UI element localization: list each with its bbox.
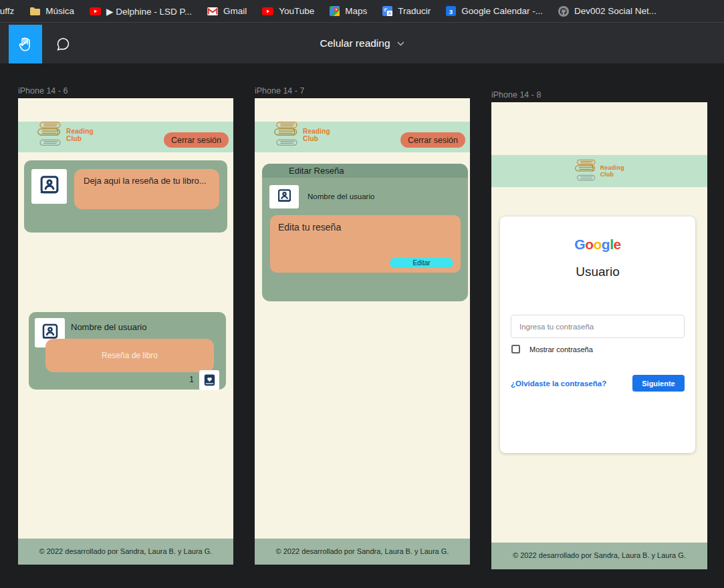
edit-submit-button[interactable]: Editar xyxy=(390,258,453,268)
show-password-checkbox[interactable] xyxy=(511,345,520,353)
bookmark-maps[interactable]: Maps xyxy=(330,6,367,16)
bookmark-musica[interactable]: Música xyxy=(29,6,74,16)
folder-icon xyxy=(29,7,40,16)
review-username: Nombre del usuario xyxy=(71,322,146,332)
review-card: Nombre del usuario Reseña de libro 1 xyxy=(29,312,226,390)
frame-label-iphone14-8[interactable]: iPhone 14 - 8 xyxy=(491,90,541,100)
chevron-down-icon xyxy=(397,41,404,46)
books-stack-icon xyxy=(37,120,64,150)
bookmark-label: Google Calendar -... xyxy=(461,6,543,16)
google-login-card: Google Usuario Mostrar contraseña ¿Olvid… xyxy=(500,216,695,453)
reading-club-logo: Reading Club xyxy=(574,158,624,184)
bookmark-label: Maps xyxy=(345,6,367,16)
youtube-icon xyxy=(90,7,101,15)
comment-tool-button[interactable] xyxy=(48,25,78,63)
logo-text: Reading Club xyxy=(600,164,624,177)
bookmark-label: ▶ Delphine - LSD P... xyxy=(106,6,192,17)
editor-toolbar: Celular reading xyxy=(0,22,724,63)
hand-icon xyxy=(17,35,34,53)
app-footer: © 2022 desarrollado por Sandra, Laura B.… xyxy=(18,539,233,565)
edit-review-card: Editar Reseña Nombre del usuario Edita t… xyxy=(262,164,468,301)
svg-text:3: 3 xyxy=(449,8,453,15)
user-book-icon xyxy=(31,169,67,204)
bookmark-label: Música xyxy=(45,6,74,16)
hand-tool-button[interactable] xyxy=(9,25,42,63)
bookmark-label: Traducir xyxy=(398,6,431,16)
account-heading: Usuario xyxy=(500,265,695,279)
frame-label-iphone14-7[interactable]: iPhone 14 - 7 xyxy=(255,86,304,96)
bookmarks-bar: tuffz Música ▶ Delphine - LSD P... Gmail… xyxy=(0,0,724,22)
compose-review-card: Deja aqui la reseña de tu libro... xyxy=(24,160,227,233)
bookmark-label: tuffz xyxy=(0,6,14,16)
forgot-password-link[interactable]: ¿Olvidaste la contraseña? xyxy=(511,380,606,388)
review-input[interactable]: Deja aqui la reseña de tu libro... xyxy=(74,169,219,209)
password-input[interactable] xyxy=(511,315,685,338)
show-password-row: Mostrar contraseña xyxy=(511,345,593,353)
comment-bubble-icon xyxy=(55,36,71,52)
calendar-icon: 3 xyxy=(446,6,456,16)
edit-username: Nombre del usuario xyxy=(308,192,374,200)
frame-iphone14-8: Reading Club Google Usuario Mostrar cont… xyxy=(491,102,707,569)
reading-club-logo: Reading Club xyxy=(273,120,330,150)
review-text: Reseña de libro xyxy=(45,339,214,372)
edit-review-text: Edita tu reseña xyxy=(278,222,341,233)
translate-icon: A xyxy=(382,6,392,16)
logo-band: Reading Club xyxy=(491,155,707,187)
logo-text: Reading Club xyxy=(66,128,94,142)
books-stack-icon xyxy=(574,158,598,184)
github-icon xyxy=(558,6,569,17)
book-heart-icon xyxy=(202,373,217,388)
app-footer: © 2022 desarrollado por Sandra, Laura B.… xyxy=(255,539,470,565)
file-title-menu[interactable]: Celular reading xyxy=(320,23,404,64)
like-count: 1 xyxy=(189,375,194,384)
app-header: Reading Club Cerrar sesión xyxy=(255,122,470,152)
file-title: Celular reading xyxy=(320,37,390,49)
logout-button[interactable]: Cerrar sesión xyxy=(400,132,465,148)
app-header: Reading Club Cerrar sesión xyxy=(18,122,233,152)
bookmark-traducir[interactable]: A Traducir xyxy=(382,6,431,16)
bookmark-calendar[interactable]: 3 Google Calendar -... xyxy=(446,6,543,16)
edit-review-textarea[interactable]: Edita tu reseña Editar xyxy=(270,215,461,273)
like-button[interactable] xyxy=(199,370,219,390)
next-button[interactable]: Siguiente xyxy=(632,375,685,392)
maps-icon xyxy=(330,6,340,16)
frame-iphone14-6: Reading Club Cerrar sesión Deja aqui la … xyxy=(18,98,233,565)
google-logo: Google xyxy=(500,237,695,253)
bookmark-label: YouTube xyxy=(279,6,314,16)
bookmark-label: Dev002 Social Net... xyxy=(574,6,656,16)
app-footer: © 2022 desarrollado por Sandra, Laura B.… xyxy=(491,543,707,569)
design-canvas: iPhone 14 - 6 iPhone 14 - 7 iPhone 14 - … xyxy=(0,63,724,588)
gmail-icon xyxy=(207,7,218,15)
youtube-icon xyxy=(262,7,273,15)
screen: tuffz Música ▶ Delphine - LSD P... Gmail… xyxy=(0,0,724,588)
bookmark-label: Gmail xyxy=(223,6,247,16)
frame-label-iphone14-6[interactable]: iPhone 14 - 6 xyxy=(18,86,68,96)
edit-card-title: Editar Reseña xyxy=(262,164,468,178)
books-stack-icon xyxy=(273,120,300,150)
user-book-icon xyxy=(269,185,299,208)
bookmark-delphine[interactable]: ▶ Delphine - LSD P... xyxy=(90,6,192,17)
bookmark-youtube[interactable]: YouTube xyxy=(262,6,314,16)
logout-button[interactable]: Cerrar sesión xyxy=(164,132,229,148)
reading-club-logo: Reading Club xyxy=(37,120,94,150)
svg-text:A: A xyxy=(388,11,392,15)
frame-iphone14-7: Reading Club Cerrar sesión Editar Reseña… xyxy=(255,98,470,565)
bookmark-gmail[interactable]: Gmail xyxy=(207,6,247,16)
bookmark-dev002[interactable]: Dev002 Social Net... xyxy=(558,6,656,17)
bookmark-tuffz[interactable]: tuffz xyxy=(0,6,14,16)
logo-text: Reading Club xyxy=(303,128,330,142)
show-password-label: Mostrar contraseña xyxy=(529,345,593,353)
